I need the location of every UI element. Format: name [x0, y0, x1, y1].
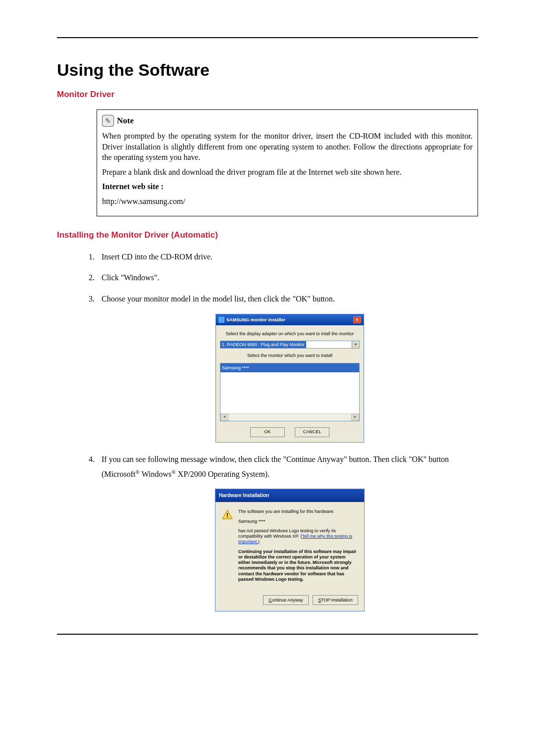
page-title: Using the Software — [57, 60, 478, 80]
internet-label: Internet web site : — [102, 181, 473, 192]
dialog-titlebar[interactable]: SAMSUNG monitor installer × — [216, 314, 364, 325]
scroll-left-icon[interactable]: ◂ — [220, 414, 228, 421]
hw-device-name: Samsung **** — [238, 519, 358, 524]
dialog-title: SAMSUNG monitor installer — [226, 316, 285, 324]
scroll-track[interactable] — [228, 414, 351, 421]
step-1: Insert CD into the CD-ROM drive. — [97, 250, 478, 264]
monitor-list[interactable]: Samsung **** ◂ ▸ — [220, 363, 360, 421]
document-page: Using the Software Monitor Driver ✎ Note… — [0, 0, 535, 664]
bottom-rule — [57, 634, 478, 635]
chevron-down-icon[interactable]: ▾ — [352, 341, 359, 348]
hw-warning-bold: Continuing your installation of this sof… — [238, 549, 358, 583]
note-label: Note — [117, 116, 134, 126]
step-4-part2: Windows — [140, 470, 171, 478]
continue-anyway-button[interactable]: Continue Anyway — [263, 595, 309, 605]
hw-compat-close: ) — [258, 539, 260, 544]
dialog-titlebar[interactable]: Hardware Installation — [215, 489, 364, 502]
step-3: Choose your monitor model in the model l… — [97, 292, 478, 442]
horizontal-scrollbar[interactable]: ◂ ▸ — [220, 413, 359, 421]
hardware-installation-dialog: Hardware Installation ! The software you… — [215, 489, 365, 611]
step-4-part3: XP/2000 Operating System). — [176, 470, 269, 478]
note-icon: ✎ — [102, 115, 114, 127]
hw-line-2: has not passed Windows Logo testing to v… — [238, 528, 358, 545]
step-3-text: Choose your monitor model in the model l… — [102, 295, 335, 303]
ok-button[interactable]: OK — [250, 427, 285, 437]
adapter-select[interactable]: 1. RADEON 9550 : Plug and Play Monitor ▾ — [220, 341, 360, 349]
app-icon — [218, 317, 224, 323]
note-box: ✎ Note When prompted by the operating sy… — [97, 109, 478, 216]
section-heading-monitor-driver: Monitor Driver — [57, 90, 478, 100]
close-icon[interactable]: × — [353, 316, 361, 323]
steps-list: Insert CD into the CD-ROM drive. Click "… — [97, 250, 478, 612]
registered-symbol-2: ® — [171, 468, 176, 474]
hw-line-1: The software you are installing for this… — [238, 509, 358, 514]
top-rule — [57, 37, 478, 38]
warning-icon: ! — [221, 509, 233, 521]
adapter-select-value: 1. RADEON 9550 : Plug and Play Monitor — [220, 341, 306, 348]
internet-url: http://www.samsung.com/ — [102, 196, 473, 207]
instruction-line-2: Select the monitor which you want to ins… — [220, 352, 360, 359]
list-item[interactable]: Samsung **** — [220, 363, 359, 372]
svg-text:!: ! — [226, 512, 228, 519]
registered-symbol-1: ® — [135, 468, 140, 474]
stop-installation-button[interactable]: STOP Installation — [313, 595, 358, 605]
note-paragraph-2: Prepare a blank disk and download the dr… — [102, 167, 473, 178]
step-4-text: If you can see following message window,… — [102, 455, 449, 478]
instruction-line-1: Select the display adapter on which you … — [220, 330, 360, 338]
section-heading-installing: Installing the Monitor Driver (Automatic… — [57, 230, 478, 240]
note-paragraph-1: When prompted by the operating system fo… — [102, 131, 473, 163]
step-4: If you can see following message window,… — [97, 453, 478, 612]
cancel-button[interactable]: CANCEL — [295, 427, 329, 437]
scroll-right-icon[interactable]: ▸ — [351, 414, 359, 421]
note-heading: ✎ Note — [102, 115, 473, 127]
samsung-installer-dialog: SAMSUNG monitor installer × Select the d… — [215, 314, 364, 443]
step-2: Click "Windows". — [97, 271, 478, 285]
